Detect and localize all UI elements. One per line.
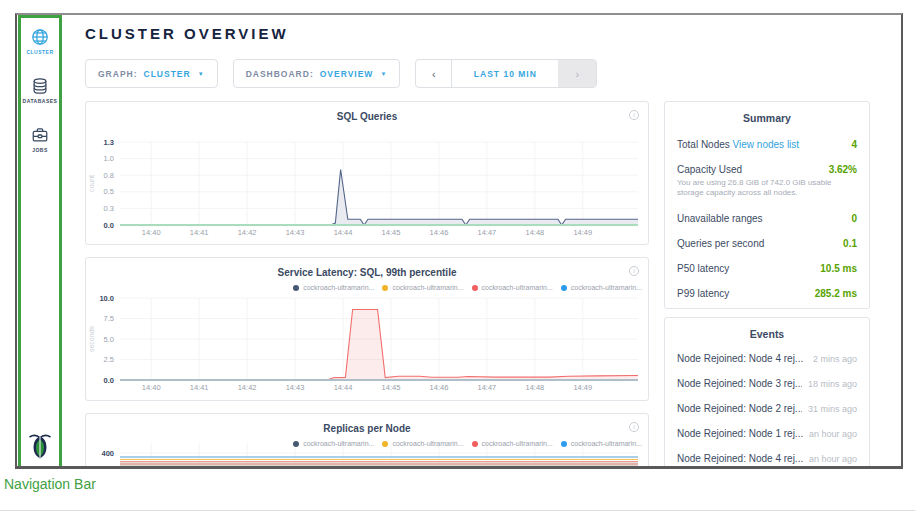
svg-text:14:40: 14:40 xyxy=(142,383,161,392)
summary-row: Capacity Used3.62% xyxy=(677,162,857,174)
chevron-right-icon: › xyxy=(576,68,580,80)
legend-label: cockroach-ultramarin... xyxy=(482,284,553,291)
dashboard-dropdown[interactable]: DASHBOARD: OVERVIEW ▼ xyxy=(233,59,401,88)
legend-dot-icon xyxy=(293,285,299,291)
chevron-left-icon: ‹ xyxy=(432,68,436,80)
summary-row: Queries per second0.1 xyxy=(677,236,857,248)
legend-label: cockroach-ultramarin... xyxy=(392,440,463,447)
svg-text:14:46: 14:46 xyxy=(430,228,449,237)
main-content: CLUSTER OVERVIEW GRAPH: CLUSTER ▼ DASHBO… xyxy=(63,15,901,466)
legend-dot-icon xyxy=(472,285,478,291)
capacity-note: You are using 26.8 GiB of 742.0 GiB usab… xyxy=(677,178,857,198)
event-time: an hour ago xyxy=(809,453,857,465)
legend-label: cockroach-ultramarin... xyxy=(303,284,374,291)
page-title: CLUSTER OVERVIEW xyxy=(85,25,901,42)
legend-dot-icon xyxy=(382,441,388,447)
svg-text:0.0: 0.0 xyxy=(104,376,114,385)
view-nodes-list-link[interactable]: View nodes list xyxy=(730,139,799,150)
svg-text:14:45: 14:45 xyxy=(382,383,401,392)
summary-row-label: Unavailable ranges xyxy=(677,213,763,224)
event-time: 2 mins ago xyxy=(813,353,857,365)
svg-text:14:45: 14:45 xyxy=(382,228,401,237)
database-icon xyxy=(31,77,49,95)
legend-item[interactable]: cockroach-ultramarin... xyxy=(472,284,553,291)
legend-item[interactable]: cockroach-ultramarin... xyxy=(382,284,463,291)
legend-item[interactable]: cockroach-ultramarin... xyxy=(293,284,374,291)
svg-text:400: 400 xyxy=(101,449,114,458)
svg-text:14:47: 14:47 xyxy=(478,383,497,392)
time-range-next-button[interactable]: › xyxy=(558,60,596,87)
summary-row-label: Queries per second xyxy=(677,238,764,249)
svg-text:14:44: 14:44 xyxy=(334,383,353,392)
svg-text:14:43: 14:43 xyxy=(286,383,305,392)
event-text: Node Rejoined: Node 4 rej... xyxy=(677,453,803,465)
svg-text:seconds: seconds xyxy=(88,325,95,352)
summary-row: Total Nodes View nodes list4 xyxy=(677,137,857,149)
legend-item[interactable]: cockroach-ultramarin... xyxy=(561,284,642,291)
event-text: Node Rejoined: Node 4 rej... xyxy=(677,353,803,365)
chart-legend: cockroach-ultramarin...cockroach-ultrama… xyxy=(293,284,642,291)
legend-dot-icon xyxy=(382,285,388,291)
legend-label: cockroach-ultramarin... xyxy=(571,284,642,291)
legend-label: cockroach-ultramarin... xyxy=(482,440,553,447)
summary-row-value: 10.5 ms xyxy=(820,263,857,275)
svg-text:0.8: 0.8 xyxy=(104,171,114,180)
legend-dot-icon xyxy=(293,441,299,447)
svg-text:14:41: 14:41 xyxy=(190,228,209,237)
svg-text:count: count xyxy=(88,175,95,192)
legend-item[interactable]: cockroach-ultramarin... xyxy=(561,440,642,447)
svg-text:14:43: 14:43 xyxy=(286,228,305,237)
svg-text:14:42: 14:42 xyxy=(238,383,257,392)
summary-row-value: 3.62% xyxy=(829,164,857,176)
dashboard-dropdown-value: OVERVIEW xyxy=(320,69,374,79)
svg-text:14:48: 14:48 xyxy=(525,383,544,392)
app-window: CLUSTER DATABASES JOB xyxy=(15,13,903,469)
time-range-label[interactable]: LAST 10 MIN xyxy=(452,60,558,87)
event-row: Node Rejoined: Node 3 rej...18 mins ago xyxy=(677,378,857,390)
summary-row-value: 285.2 ms xyxy=(815,288,857,300)
chart-plot: 1.31.00.80.50.30.014:4014:4114:4214:4314… xyxy=(86,102,648,244)
service-latency-chart: Service Latency: SQL, 99th percentile i … xyxy=(85,257,649,401)
toolbar: GRAPH: CLUSTER ▼ DASHBOARD: OVERVIEW ▼ ‹… xyxy=(85,59,901,88)
legend-dot-icon xyxy=(472,441,478,447)
svg-text:14:44: 14:44 xyxy=(334,228,353,237)
svg-text:1.0: 1.0 xyxy=(104,154,114,163)
sidebar-item-label: DATABASES xyxy=(23,98,58,104)
sidebar-item-databases[interactable]: DATABASES xyxy=(17,77,63,104)
briefcase-icon xyxy=(31,126,49,144)
svg-text:10.0: 10.0 xyxy=(99,294,114,303)
navigation-bar: CLUSTER DATABASES JOB xyxy=(17,15,63,466)
svg-text:0.5: 0.5 xyxy=(104,187,114,196)
annotation-divider xyxy=(0,510,915,511)
summary-row-label: Capacity Used xyxy=(677,164,742,175)
svg-text:1.3: 1.3 xyxy=(104,138,114,147)
graph-dropdown[interactable]: GRAPH: CLUSTER ▼ xyxy=(85,59,218,88)
event-time: an hour ago xyxy=(809,428,857,440)
legend-item[interactable]: cockroach-ultramarin... xyxy=(382,440,463,447)
event-row: Node Rejoined: Node 4 rej...2 mins ago xyxy=(677,353,857,365)
svg-text:7.5: 7.5 xyxy=(104,314,114,323)
svg-text:0.0: 0.0 xyxy=(104,221,114,230)
time-range-prev-button[interactable]: ‹ xyxy=(416,60,452,87)
legend-dot-icon xyxy=(561,441,567,447)
summary-panel: Summary Total Nodes View nodes list4Capa… xyxy=(664,101,870,309)
sidebar-item-jobs[interactable]: JOBS xyxy=(17,126,63,153)
summary-row-label: P99 latency xyxy=(677,288,729,299)
chevron-down-icon: ▼ xyxy=(380,71,387,77)
legend-item[interactable]: cockroach-ultramarin... xyxy=(472,440,553,447)
sidebar-item-label: JOBS xyxy=(32,147,48,153)
sql-queries-chart: SQL Queries i 1.31.00.80.50.30.014:4014:… xyxy=(85,101,649,245)
event-text: Node Rejoined: Node 3 rej... xyxy=(677,378,802,390)
legend-label: cockroach-ultramarin... xyxy=(392,284,463,291)
svg-text:0.3: 0.3 xyxy=(104,204,114,213)
globe-icon xyxy=(31,28,49,46)
svg-text:14:46: 14:46 xyxy=(430,383,449,392)
legend-label: cockroach-ultramarin... xyxy=(571,440,642,447)
sidebar-item-cluster[interactable]: CLUSTER xyxy=(17,28,63,55)
legend-label: cockroach-ultramarin... xyxy=(303,440,374,447)
event-row: Node Rejoined: Node 4 rej...an hour ago xyxy=(677,453,857,465)
event-text: Node Rejoined: Node 2 rej... xyxy=(677,403,802,415)
legend-item[interactable]: cockroach-ultramarin... xyxy=(293,440,374,447)
events-panel: Events Node Rejoined: Node 4 rej...2 min… xyxy=(664,317,870,469)
charts-column: SQL Queries i 1.31.00.80.50.30.014:4014:… xyxy=(85,101,649,469)
